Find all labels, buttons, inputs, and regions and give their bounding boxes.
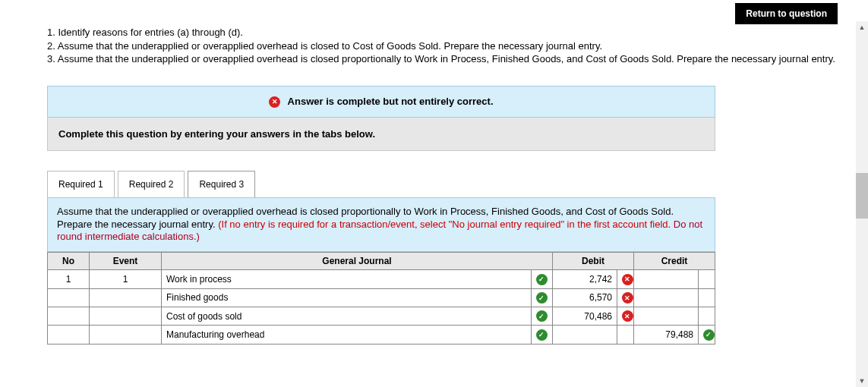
th-debit: Debit bbox=[552, 253, 633, 270]
cell-credit-status: ✓ bbox=[698, 326, 715, 344]
cell-no[interactable]: 1 bbox=[48, 270, 90, 288]
cell-account-status: ✓ bbox=[531, 288, 552, 307]
cell-no[interactable] bbox=[48, 288, 90, 307]
cell-account[interactable]: Work in process bbox=[162, 270, 532, 288]
th-event: Event bbox=[90, 253, 162, 270]
table-row: Cost of goods sold✓70,486✕ bbox=[48, 307, 715, 326]
th-credit: Credit bbox=[633, 253, 715, 270]
wrong-icon: ✕ bbox=[622, 274, 633, 285]
cell-credit-status bbox=[698, 288, 715, 307]
cell-debit-status: ✕ bbox=[617, 307, 633, 326]
cell-account-status: ✓ bbox=[531, 307, 552, 326]
tab-content-required-3: Assume that the underapplied or overappl… bbox=[47, 197, 715, 253]
complete-prompt: Complete this question by entering your … bbox=[47, 118, 715, 151]
scrollbar-track[interactable]: ▲ ▼ bbox=[856, 21, 868, 387]
th-journal: General Journal bbox=[162, 253, 553, 270]
cell-debit-status: ✕ bbox=[617, 288, 633, 307]
tab-required-3[interactable]: Required 3 bbox=[188, 171, 255, 197]
check-icon: ✓ bbox=[536, 329, 548, 341]
cell-no[interactable] bbox=[48, 326, 90, 344]
cell-account-status: ✓ bbox=[531, 326, 552, 344]
cell-event[interactable] bbox=[90, 307, 162, 326]
scrollbar-thumb[interactable] bbox=[856, 173, 868, 219]
return-to-question-button[interactable]: Return to question bbox=[735, 3, 838, 24]
table-row: Finished goods✓6,570✕ bbox=[48, 288, 715, 307]
cell-event[interactable] bbox=[90, 326, 162, 344]
cell-credit[interactable] bbox=[633, 288, 698, 307]
check-icon: ✓ bbox=[703, 329, 715, 341]
th-no: No bbox=[48, 253, 90, 270]
cell-debit-status: ✕ bbox=[617, 270, 633, 288]
scroll-up-button[interactable]: ▲ bbox=[856, 21, 868, 33]
cell-debit[interactable]: 70,486 bbox=[552, 307, 617, 326]
cell-account-status: ✓ bbox=[531, 270, 552, 288]
cell-account[interactable]: Manufacturing overhead bbox=[162, 326, 532, 344]
instruction-line-2: 2. Assume that the underapplied or overa… bbox=[47, 39, 838, 53]
check-icon: ✓ bbox=[536, 274, 548, 285]
cell-credit[interactable] bbox=[633, 270, 698, 288]
check-icon: ✓ bbox=[536, 310, 548, 322]
cell-event[interactable]: 1 bbox=[90, 270, 162, 288]
cell-account[interactable]: Cost of goods sold bbox=[162, 307, 532, 326]
instruction-line-3: 3. Assume that the underapplied or overa… bbox=[47, 52, 838, 66]
scroll-down-button[interactable]: ▼ bbox=[856, 375, 868, 387]
cell-no[interactable] bbox=[48, 307, 90, 326]
status-banner: ✕ Answer is complete but not entirely co… bbox=[47, 86, 715, 118]
wrong-icon: ✕ bbox=[622, 310, 633, 322]
error-icon: ✕ bbox=[269, 96, 280, 108]
cell-event[interactable] bbox=[90, 288, 162, 307]
cell-credit[interactable] bbox=[633, 307, 698, 326]
cell-credit-status bbox=[698, 270, 715, 288]
cell-debit-status bbox=[617, 326, 633, 344]
cell-debit[interactable]: 6,570 bbox=[552, 288, 617, 307]
cell-account[interactable]: Finished goods bbox=[162, 288, 532, 307]
tab-required-1[interactable]: Required 1 bbox=[47, 171, 115, 197]
wrong-icon: ✕ bbox=[622, 292, 633, 304]
cell-debit[interactable]: 2,742 bbox=[552, 270, 617, 288]
table-row: Manufacturing overhead✓79,488✓ bbox=[48, 326, 715, 344]
journal-table: No Event General Journal Debit Credit 11… bbox=[47, 252, 715, 344]
tab-required-2[interactable]: Required 2 bbox=[118, 171, 185, 197]
table-row: 11Work in process✓2,742✕ bbox=[48, 270, 715, 288]
cell-credit-status bbox=[698, 307, 715, 326]
cell-debit[interactable] bbox=[552, 326, 617, 344]
check-icon: ✓ bbox=[536, 292, 548, 304]
tabs-bar: Required 1 Required 2 Required 3 bbox=[47, 171, 838, 197]
instruction-line-1: 1. Identify reasons for entries (a) thro… bbox=[47, 26, 838, 39]
tab-content-hint-1: (If no entry is required for a transacti… bbox=[218, 219, 674, 230]
question-instructions: 1. Identify reasons for entries (a) thro… bbox=[47, 0, 838, 66]
status-banner-text: Answer is complete but not entirely corr… bbox=[288, 96, 494, 107]
cell-credit[interactable]: 79,488 bbox=[633, 326, 698, 344]
